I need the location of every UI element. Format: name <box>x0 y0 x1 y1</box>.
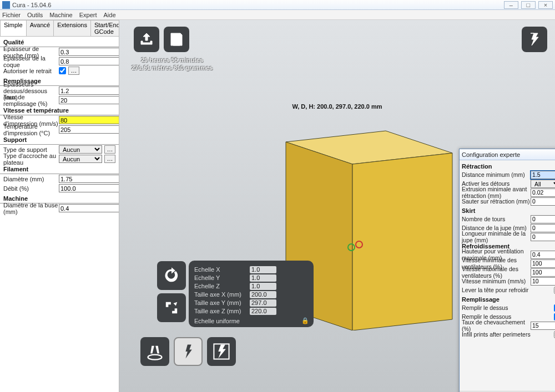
skirt-lines-label: Nombre de tours <box>462 216 531 222</box>
fan-full-input[interactable] <box>531 251 555 259</box>
overlap-label: Taux de chevauchement (%) <box>462 319 531 332</box>
svg-marker-2 <box>352 153 452 330</box>
skirt-len-label: Longueur minimale de la jupe (mm) <box>462 230 531 243</box>
menu-expert[interactable]: Expert <box>79 12 97 18</box>
fill-section: Remplissage <box>462 294 555 303</box>
fan-max-label: Vitesse maximale des ventilateurs (%) <box>462 266 531 279</box>
nozzle-input[interactable] <box>59 204 119 212</box>
nozzle-label: Diamètre de la buse (mm) <box>3 202 59 215</box>
view-normal-button[interactable] <box>174 337 203 366</box>
adhesion-select[interactable]: Aucun <box>59 155 102 163</box>
uniform-scale-label: Echelle uniforme <box>194 318 240 324</box>
speed-input[interactable] <box>59 116 119 124</box>
tab-advanced[interactable]: Avancé <box>26 20 54 36</box>
min-extr-input[interactable] <box>531 189 555 197</box>
save-button[interactable] <box>164 27 189 52</box>
overlap-input[interactable] <box>531 322 555 330</box>
skirt-len-input[interactable] <box>531 233 555 241</box>
retr-dist-input[interactable] <box>531 171 555 179</box>
tab-gcode[interactable]: Start/End-GCode <box>90 20 119 36</box>
size-z-label: Taille axe Z (mm) <box>194 308 250 314</box>
bottom-tools <box>140 337 236 366</box>
mirror-tool-button[interactable] <box>140 337 169 366</box>
min-speed-label: Vitesse minimum (mm/s) <box>462 278 531 284</box>
scale-y-label: Echelle Y <box>194 274 250 281</box>
view-mode-button[interactable] <box>522 27 547 52</box>
skirt-lines-input[interactable] <box>531 215 555 223</box>
min-speed-input[interactable] <box>531 277 555 286</box>
fan-min-input[interactable] <box>531 259 555 268</box>
lock-icon[interactable]: 🔒 <box>301 317 308 324</box>
diameter-input[interactable] <box>59 175 119 183</box>
layer-height-input[interactable] <box>59 48 119 56</box>
size-x-input[interactable]: 200.0 <box>250 291 276 298</box>
menu-file[interactable]: Fichier <box>2 12 21 18</box>
dialog-titlebar[interactable]: Configuration experte × <box>460 149 555 160</box>
support-type-select[interactable]: Aucun <box>59 145 102 154</box>
size-y-input[interactable]: 297.0 <box>250 299 276 307</box>
support-dots-button[interactable]: … <box>104 145 115 154</box>
app-icon <box>2 1 10 9</box>
svg-point-5 <box>148 355 162 360</box>
menubar: Fichier Outils Machine Expert Aide <box>0 10 555 20</box>
window-controls: – □ × <box>503 1 553 9</box>
minimize-button[interactable]: – <box>504 1 518 9</box>
scale-x-label: Echelle X <box>194 266 250 273</box>
scale-x-input[interactable]: 1.0 <box>250 266 276 273</box>
retraction-section: Rétraction <box>462 161 555 170</box>
expert-config-dialog: Configuration experte × Rétraction Dista… <box>459 149 555 392</box>
dialog-left-col: Rétraction Distance minimum (mm) Activer… <box>460 160 555 391</box>
fan-max-input[interactable] <box>531 268 555 277</box>
adhesion-label: Type d'accroche au plateau <box>3 152 59 166</box>
infill-after-label: Infill prints after perimeters <box>462 331 554 338</box>
scale-panel: Echelle X1.0 Echelle Y1.0 Echelle Z1.0 T… <box>189 261 314 327</box>
titlebar: Cura - 15.04.6 – □ × <box>0 0 555 10</box>
viewport-3d[interactable]: 29 heures 55 minutes 271.61 mètres 810 g… <box>119 20 555 392</box>
estimate-material: 271.61 mètres 810 grammes <box>132 64 213 72</box>
estimate-text: 29 heures 55 minutes 271.61 mètres 810 g… <box>132 56 213 72</box>
size-x-label: Taille axe X (mm) <box>194 291 250 298</box>
settings-sidebar: Simple Avancé Extensions Start/End-GCode… <box>0 20 119 392</box>
scale-tool-button[interactable] <box>157 293 186 322</box>
tab-extensions[interactable]: Extensions <box>53 20 91 36</box>
min-extr-label: Extrusion minimale avant rétraction (mm) <box>462 186 531 199</box>
density-label: Taux de remplissage (%) <box>3 94 59 107</box>
estimate-time: 29 heures 55 minutes <box>132 56 213 64</box>
left-tool-column <box>157 261 186 322</box>
retract-dots-button[interactable]: … <box>68 67 79 75</box>
retr-dist-label: Distance minimum (mm) <box>462 171 531 178</box>
settings-tabs: Simple Avancé Extensions Start/End-GCode <box>0 20 119 37</box>
rotate-tool-button[interactable] <box>157 261 186 290</box>
adhesion-dots-button[interactable]: … <box>104 155 115 163</box>
combing-select[interactable]: All <box>531 180 555 188</box>
app-title: Cura - 15.04.6 <box>12 2 503 8</box>
tab-simple[interactable]: Simple <box>0 20 27 36</box>
menu-tools[interactable]: Outils <box>27 12 43 18</box>
size-y-label: Taille axe Y (mm) <box>194 299 250 306</box>
flow-label: Débit (%) <box>3 185 59 192</box>
skirt-dist-input[interactable] <box>531 224 555 232</box>
close-button[interactable]: × <box>538 1 553 9</box>
density-input[interactable] <box>59 96 119 104</box>
shell-label: Épaisseur de la coque <box>3 55 59 68</box>
diameter-label: Diamètre (mm) <box>3 176 59 182</box>
fill-top-label: Remplir le dessus <box>462 304 554 311</box>
scale-y-input[interactable]: 1.0 <box>250 274 276 282</box>
menu-machine[interactable]: Machine <box>49 12 73 18</box>
size-z-input[interactable]: 220.0 <box>250 308 276 315</box>
shell-input[interactable] <box>59 57 119 65</box>
retract-checkbox[interactable] <box>59 67 66 74</box>
skirt-section: Skirt <box>462 206 555 215</box>
zhop-input[interactable] <box>531 197 555 206</box>
view-layers-button[interactable] <box>207 337 236 366</box>
flow-input[interactable] <box>59 184 119 192</box>
dialog-title: Configuration experte <box>462 151 555 158</box>
scale-z-label: Echelle Z <box>194 283 250 289</box>
maximize-button[interactable]: □ <box>521 1 536 9</box>
menu-help[interactable]: Aide <box>104 12 116 18</box>
scale-z-input[interactable]: 1.0 <box>250 283 276 290</box>
lift-head-label: Lever la tête pour refroidir <box>462 287 554 293</box>
temp-input[interactable] <box>59 125 119 134</box>
load-file-button[interactable] <box>134 27 159 52</box>
topbot-input[interactable] <box>59 86 119 95</box>
